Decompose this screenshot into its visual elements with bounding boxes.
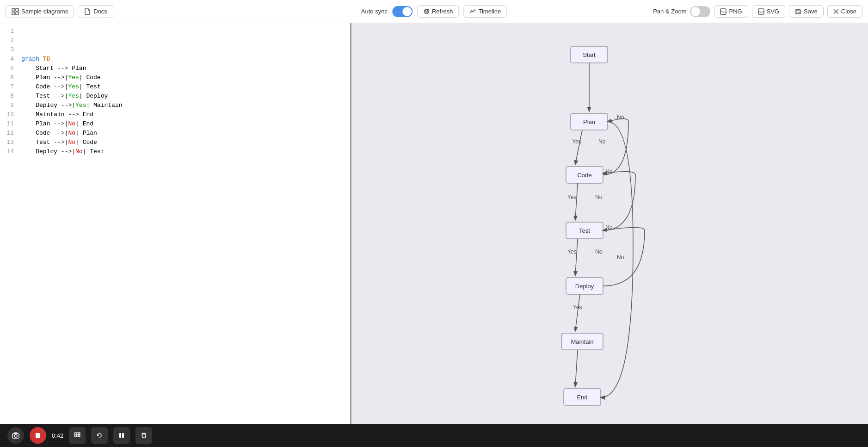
timeline-icon [469, 8, 476, 15]
save-icon [795, 8, 801, 15]
stop-button[interactable] [30, 427, 46, 444]
refresh-button[interactable]: Refresh [417, 5, 459, 18]
svg-text:Yes: Yes [567, 248, 577, 255]
grid-icon [74, 432, 80, 439]
svg-line-28 [575, 239, 578, 275]
sample-diagrams-button[interactable]: Sample diagrams [6, 5, 74, 18]
pan-zoom-label: Pan & Zoom [653, 8, 686, 15]
code-line-3 [18, 45, 350, 55]
png-icon [720, 8, 726, 15]
docs-icon [84, 8, 91, 15]
close-icon [833, 9, 839, 14]
code-line-9: Deploy -->|Yes| Maintain [18, 101, 350, 110]
auto-sync-toggle[interactable] [392, 6, 412, 17]
camera-button[interactable] [7, 427, 24, 444]
flowchart-svg: Start Plan Yes No Code Yes No [527, 42, 693, 421]
pan-zoom-toggle[interactable] [690, 6, 710, 17]
svg-text:No: No [595, 248, 603, 255]
svg-point-43 [14, 435, 17, 437]
svg-text:No: No [595, 194, 603, 200]
code-line-14: Deploy -->|No| Test [18, 147, 350, 156]
code-line-7: Code -->|Yes| Test [18, 82, 350, 92]
svg-rect-45 [74, 433, 76, 435]
svg-text:SVG: SVG [759, 11, 764, 13]
svg-rect-47 [74, 435, 76, 437]
trash-button[interactable] [135, 427, 152, 444]
svg-line-32 [575, 294, 580, 331]
svg-rect-49 [79, 433, 80, 435]
timeline-button[interactable]: Timeline [463, 5, 507, 18]
editor-panel[interactable]: 1 2 3 4 5 6 7 8 9 10 11 12 13 14 graph T… [0, 23, 351, 424]
svg-text:No: No [605, 168, 613, 175]
pause-button[interactable] [113, 427, 130, 444]
code-line-6: Plan -->|Yes| Code [18, 73, 350, 82]
svg-rect-46 [77, 433, 79, 435]
code-line-8: Test -->|Yes| Deploy [18, 92, 350, 101]
undo-icon [96, 432, 103, 439]
svg-text:Maintain: Maintain [571, 338, 593, 345]
camera-icon [12, 432, 19, 439]
code-line-4: graph TD [18, 55, 350, 64]
svg-line-23 [575, 183, 578, 220]
svg-text:No: No [598, 138, 606, 145]
code-line-1 [18, 27, 350, 36]
svg-icon: SVG [758, 8, 764, 15]
diagram-icon [12, 8, 19, 15]
svg-rect-1 [16, 8, 18, 11]
refresh-icon [423, 8, 430, 15]
svg-rect-51 [119, 433, 121, 438]
svg-text:No: No [617, 254, 624, 261]
svg-text:Start: Start [583, 51, 596, 58]
svg-text:Plan: Plan [583, 118, 595, 125]
svg-text:Test: Test [579, 227, 590, 234]
svg-line-18 [575, 130, 582, 164]
svg-text:Deploy: Deploy [575, 283, 594, 290]
main-content: 1 2 3 4 5 6 7 8 9 10 11 12 13 14 graph T… [0, 23, 868, 424]
trash-icon [141, 432, 147, 439]
svg-text:Yes: Yes [567, 194, 577, 200]
code-area[interactable]: graph TD Start --> Plan Plan -->|Yes| Co… [18, 23, 350, 424]
svg-text:End: End [577, 394, 587, 401]
svg-rect-52 [122, 433, 124, 438]
code-line-12: Code -->|No| Plan [18, 129, 350, 138]
save-button[interactable]: Save [789, 5, 824, 18]
line-numbers: 1 2 3 4 5 6 7 8 9 10 11 12 13 14 [0, 23, 18, 424]
grid-button[interactable] [69, 427, 86, 444]
stop-icon [35, 432, 41, 439]
svg-rect-8 [797, 9, 799, 11]
svg-rect-3 [16, 12, 18, 15]
png-button[interactable]: PNG [714, 5, 748, 18]
docs-button[interactable]: Docs [78, 5, 113, 18]
svg-rect-44 [36, 433, 40, 438]
svg-text:No: No [617, 114, 624, 121]
svg-text:Yes: Yes [573, 304, 582, 310]
code-line-11: Plan -->|No| End [18, 119, 350, 129]
close-button[interactable]: Close [827, 5, 862, 18]
code-line-2 [18, 36, 350, 45]
svg-rect-2 [12, 12, 15, 15]
code-line-5: Start --> Plan [18, 64, 350, 73]
code-line-10: Maintain --> End [18, 110, 350, 119]
center-controls: Auto sync Refresh Timeline [361, 5, 507, 18]
svg-rect-48 [77, 435, 79, 437]
right-controls: Pan & Zoom PNG SVG SVG Save Close [653, 5, 862, 18]
svg-rect-50 [79, 435, 80, 437]
bottom-bar: 0:42 [0, 424, 868, 447]
auto-sync-label: Auto sync [361, 8, 388, 15]
svg-button[interactable]: SVG SVG [752, 5, 785, 18]
svg-rect-0 [12, 8, 15, 11]
diagram-panel: Start Plan Yes No Code Yes No [351, 23, 868, 424]
editor-body[interactable]: 1 2 3 4 5 6 7 8 9 10 11 12 13 14 graph T… [0, 23, 350, 424]
toolbar: Sample diagrams Docs Auto sync Refresh T… [0, 0, 868, 23]
svg-text:Code: Code [577, 172, 591, 179]
code-line-13: Test -->|No| Code [18, 138, 350, 147]
pause-icon [118, 432, 125, 439]
time-display: 0:42 [52, 432, 63, 439]
svg-line-35 [575, 350, 578, 386]
undo-button[interactable] [91, 427, 108, 444]
